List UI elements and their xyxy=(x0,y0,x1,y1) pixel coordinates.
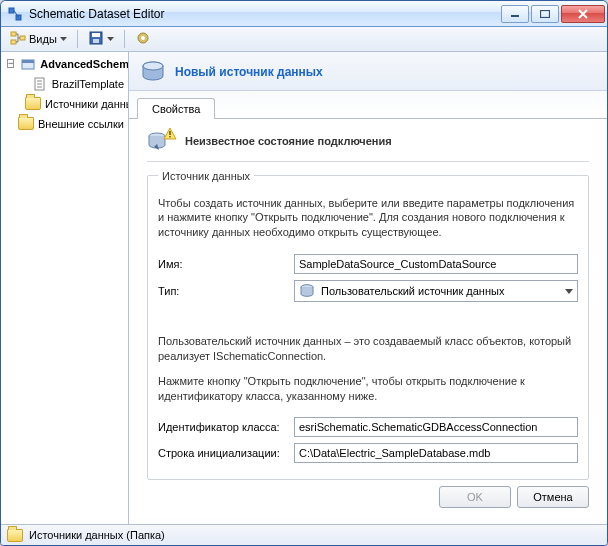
database-icon xyxy=(299,283,315,299)
toolbar: Виды xyxy=(1,27,607,51)
save-icon xyxy=(88,30,104,48)
separator xyxy=(124,30,125,48)
tab-label: Свойства xyxy=(152,103,200,115)
button-label: OK xyxy=(467,491,483,503)
chevron-down-icon xyxy=(60,37,67,41)
button-label: Отмена xyxy=(533,491,572,503)
action-button[interactable] xyxy=(130,28,156,50)
button-row: OK Отмена xyxy=(147,486,589,508)
row-classid: Идентификатор класса: xyxy=(158,417,578,437)
tree-item-external[interactable]: Внешние ссылки xyxy=(1,114,128,134)
cancel-button[interactable]: Отмена xyxy=(517,486,589,508)
chevron-down-icon xyxy=(107,37,114,41)
tab-properties[interactable]: Свойства xyxy=(137,98,215,119)
statusbar-text: Источники данных (Папка) xyxy=(29,529,165,541)
svg-rect-10 xyxy=(93,39,99,43)
chevron-down-icon xyxy=(565,289,573,294)
minimize-button[interactable] xyxy=(501,5,529,23)
sidebar[interactable]: − AdvancedSchematic BrazilTemplate Источ… xyxy=(1,52,129,525)
tree-item-datasources[interactable]: Источники данных xyxy=(1,94,128,114)
maximize-button[interactable] xyxy=(531,5,559,23)
close-button[interactable] xyxy=(561,5,605,23)
window-title: Schematic Dataset Editor xyxy=(29,7,501,21)
separator xyxy=(77,30,78,48)
app-icon xyxy=(7,6,23,22)
custom-desc: Пользовательский источник данных – это с… xyxy=(158,334,578,364)
svg-rect-3 xyxy=(511,15,519,17)
group-legend: Источник данных xyxy=(158,170,254,182)
ok-button[interactable]: OK xyxy=(439,486,511,508)
svg-rect-14 xyxy=(22,60,34,63)
svg-rect-0 xyxy=(9,8,14,13)
init-label: Строка инициализации: xyxy=(158,447,286,459)
datasource-icon xyxy=(139,58,167,86)
status-icon xyxy=(147,129,175,153)
type-select[interactable]: Пользовательский источник данных xyxy=(294,280,578,302)
row-name: Имя: xyxy=(158,254,578,274)
tab-row: Свойства xyxy=(129,97,607,119)
tree-icon xyxy=(10,30,26,48)
svg-rect-20 xyxy=(169,136,170,137)
tree-label: AdvancedSchematic xyxy=(40,58,129,70)
svg-rect-9 xyxy=(92,33,100,37)
svg-point-12 xyxy=(141,36,145,40)
row-init: Строка инициализации: xyxy=(158,443,578,463)
views-label: Виды xyxy=(29,33,57,45)
panel-header: Новый источник данных xyxy=(129,52,607,91)
svg-rect-7 xyxy=(20,36,25,40)
datasource-group: Источник данных Чтобы создать источник д… xyxy=(147,170,589,481)
folder-open-icon xyxy=(25,96,41,112)
panel-title: Новый источник данных xyxy=(175,65,323,79)
classid-input[interactable] xyxy=(294,417,578,437)
svg-rect-5 xyxy=(11,32,16,36)
titlebar[interactable]: Schematic Dataset Editor xyxy=(1,1,607,27)
tab-body: Неизвестное состояние подключения Источн… xyxy=(137,119,599,517)
folder-icon xyxy=(18,116,34,132)
svg-point-17 xyxy=(143,62,163,70)
tree-item-template[interactable]: BrazilTemplate xyxy=(1,74,128,94)
body: − AdvancedSchematic BrazilTemplate Источ… xyxy=(1,52,607,525)
app-window: Schematic Dataset Editor xyxy=(0,0,608,546)
tree-label: Внешние ссылки xyxy=(38,118,124,130)
open-hint: Нажмите кнопку "Открыть подключение", чт… xyxy=(158,374,578,404)
main-panel: Новый источник данных Свойства xyxy=(129,52,607,525)
init-input[interactable] xyxy=(294,443,578,463)
gear-icon xyxy=(135,30,151,48)
tree-label: Источники данных xyxy=(45,98,129,110)
row-type: Тип: Пользовательский источник данных xyxy=(158,280,578,302)
tree-item-root[interactable]: − AdvancedSchematic xyxy=(1,54,128,74)
folder-icon xyxy=(7,527,23,543)
svg-rect-19 xyxy=(169,131,170,135)
dataset-icon xyxy=(20,56,36,72)
statusbar: Источники данных (Папка) xyxy=(1,524,607,545)
type-label: Тип: xyxy=(158,285,286,297)
type-value: Пользовательский источник данных xyxy=(321,285,504,297)
connection-status: Неизвестное состояние подключения xyxy=(147,129,589,162)
save-button[interactable] xyxy=(83,28,119,50)
classid-label: Идентификатор класса: xyxy=(158,421,286,433)
intro-text: Чтобы создать источник данных, выберите … xyxy=(158,196,578,241)
collapse-toggle[interactable]: − xyxy=(7,59,14,68)
template-icon xyxy=(32,76,48,92)
svg-rect-6 xyxy=(11,40,16,44)
svg-rect-4 xyxy=(541,10,550,17)
tree-label: BrazilTemplate xyxy=(52,78,124,90)
status-text: Неизвестное состояние подключения xyxy=(185,135,392,147)
views-menu-button[interactable]: Виды xyxy=(5,28,72,50)
name-input[interactable] xyxy=(294,254,578,274)
name-label: Имя: xyxy=(158,258,286,270)
window-controls xyxy=(501,5,605,23)
